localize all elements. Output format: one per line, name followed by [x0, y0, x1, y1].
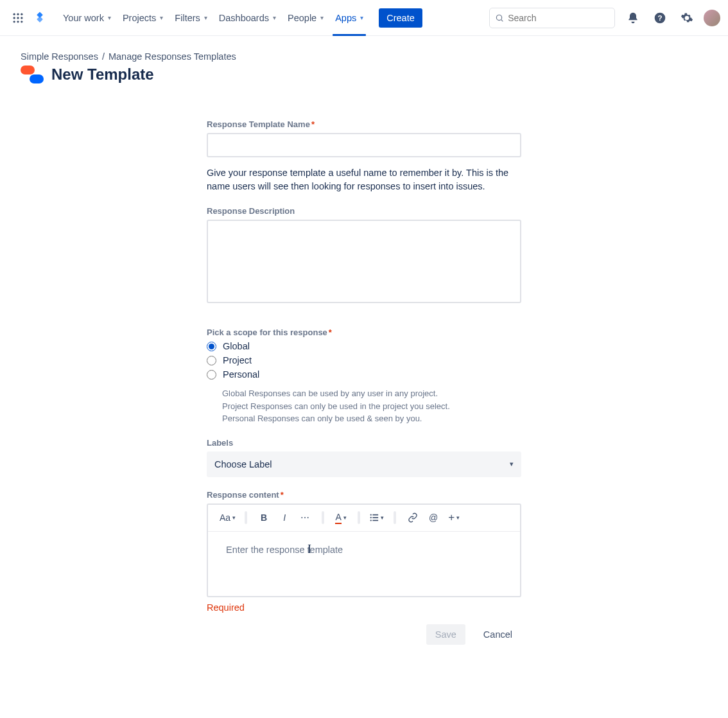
editor-toolbar: Aa▾ B I ⋯ A▾ ▾ @: [208, 505, 520, 532]
svg-point-3: [13, 17, 15, 19]
search-icon: [495, 13, 504, 23]
bold-button[interactable]: B: [255, 509, 273, 527]
svg-point-7: [17, 21, 19, 22]
nav-projects[interactable]: Projects▾: [117, 9, 168, 27]
svg-point-1: [17, 13, 19, 15]
svg-rect-17: [373, 517, 379, 518]
labels-select[interactable]: Choose Label ▾: [207, 451, 521, 477]
chevron-down-icon: ▾: [360, 14, 363, 21]
chevron-down-icon: ▾: [510, 460, 514, 468]
nav-filters[interactable]: Filters▾: [169, 9, 212, 27]
mention-button[interactable]: @: [424, 509, 442, 527]
top-nav: Your work▾ Projects▾ Filters▾ Dashboards…: [0, 0, 728, 36]
labels-placeholder: Choose Label: [214, 459, 272, 469]
nav-label: Dashboards: [219, 13, 269, 23]
content-placeholder: Enter the response template: [226, 545, 343, 555]
chevron-down-icon: ▾: [160, 14, 163, 21]
svg-text:?: ?: [657, 13, 662, 22]
svg-point-9: [496, 15, 501, 20]
nav-your-work[interactable]: Your work▾: [58, 9, 116, 27]
template-icon: [21, 66, 44, 83]
content-input[interactable]: Enter the response template I: [208, 532, 520, 596]
nav-label: Projects: [123, 13, 156, 23]
nav-label: People: [288, 13, 316, 23]
lists-button[interactable]: ▾: [368, 509, 386, 527]
template-name-input[interactable]: [207, 133, 521, 157]
nav-label: Apps: [335, 13, 356, 23]
description-label: Response Description: [207, 206, 521, 216]
svg-point-6: [13, 21, 15, 22]
name-label: Response Template Name*: [207, 119, 521, 129]
scope-project[interactable]: Project: [207, 355, 521, 365]
content-label: Response content*: [207, 490, 521, 500]
more-formatting-button[interactable]: ⋯: [296, 509, 314, 527]
breadcrumb-root[interactable]: Simple Responses: [21, 51, 98, 62]
nav-apps[interactable]: Apps▾: [330, 9, 368, 27]
labels-label: Labels: [207, 438, 521, 448]
text-color-button[interactable]: A▾: [332, 509, 350, 527]
nav-dashboards[interactable]: Dashboards▾: [214, 9, 281, 27]
nav-people[interactable]: People▾: [282, 9, 329, 27]
nav-label: Filters: [175, 13, 200, 23]
scope-personal[interactable]: Personal: [207, 369, 521, 380]
svg-rect-18: [373, 520, 379, 521]
help-icon[interactable]: ?: [650, 8, 670, 28]
svg-point-5: [21, 17, 22, 19]
chevron-down-icon: ▾: [320, 14, 324, 21]
chevron-down-icon: ▾: [273, 14, 276, 21]
link-button[interactable]: [404, 509, 422, 527]
breadcrumb: Simple Responses / Manage Responses Temp…: [21, 51, 707, 62]
rich-editor: Aa▾ B I ⋯ A▾ ▾ @: [207, 503, 521, 597]
scope-label: Pick a scope for this response*: [207, 328, 521, 337]
svg-point-2: [21, 13, 22, 15]
svg-point-13: [370, 514, 372, 516]
svg-point-15: [370, 520, 372, 521]
cancel-button[interactable]: Cancel: [474, 624, 521, 645]
nav-label: Your work: [63, 13, 104, 23]
search-box[interactable]: [489, 8, 615, 28]
settings-icon[interactable]: [677, 8, 697, 28]
scope-help: Global Responses can be used by any user…: [222, 387, 521, 425]
italic-button[interactable]: I: [275, 509, 293, 527]
search-input[interactable]: [508, 13, 609, 23]
jira-logo-icon[interactable]: [30, 8, 50, 28]
text-cursor-icon: I: [308, 543, 311, 556]
text-style-button[interactable]: Aa▾: [218, 509, 237, 527]
required-error: Required: [207, 602, 521, 613]
chevron-down-icon: ▾: [204, 14, 207, 21]
svg-line-10: [501, 19, 503, 21]
scope-global[interactable]: Global: [207, 341, 521, 351]
page-title: New Template: [51, 66, 154, 83]
avatar[interactable]: [704, 10, 720, 26]
name-help: Give your response template a useful nam…: [207, 166, 521, 193]
svg-point-0: [13, 13, 15, 15]
apps-switcher-icon[interactable]: [8, 8, 28, 28]
svg-point-14: [370, 517, 372, 518]
chevron-down-icon: ▾: [108, 14, 111, 21]
notifications-icon[interactable]: [623, 8, 643, 28]
insert-button[interactable]: +▾: [445, 509, 463, 527]
svg-point-4: [17, 17, 19, 19]
breadcrumb-child[interactable]: Manage Responses Templates: [108, 51, 236, 62]
svg-rect-16: [373, 514, 379, 516]
description-input[interactable]: [207, 220, 521, 303]
save-button[interactable]: Save: [426, 624, 465, 645]
svg-point-8: [21, 21, 22, 22]
create-button[interactable]: Create: [379, 8, 422, 28]
